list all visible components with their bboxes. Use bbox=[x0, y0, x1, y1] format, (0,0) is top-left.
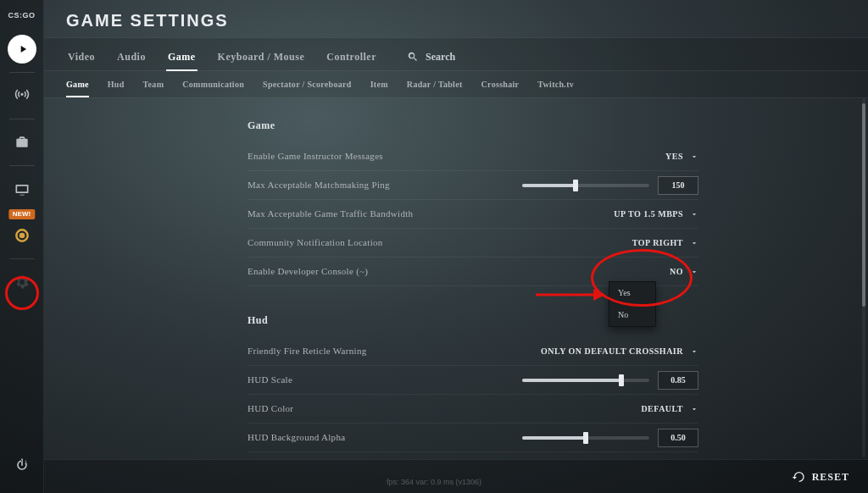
row-hud-color-label: HUD Color bbox=[248, 404, 293, 413]
tab-keyboard-mouse[interactable]: Keyboard / Mouse bbox=[216, 43, 307, 70]
row-ffwarn-label: Friendly Fire Reticle Warning bbox=[248, 346, 367, 356]
main-panel: GAME SETTINGS Video Audio Game Keyboard … bbox=[44, 0, 868, 493]
nav-power-button[interactable] bbox=[0, 446, 44, 485]
primary-tabs: Video Audio Game Keyboard / Mouse Contro… bbox=[44, 37, 868, 71]
fps-readout: fps: 364 var: 0.9 ms (v1306) bbox=[387, 479, 481, 486]
play-icon bbox=[8, 35, 36, 64]
medal-icon bbox=[14, 227, 31, 244]
nav-awards-button[interactable]: NEW! bbox=[0, 216, 44, 255]
row-instructor: Enable Game Instructor Messages YES bbox=[248, 142, 698, 171]
subtab-radar[interactable]: Radar / Tablet bbox=[407, 72, 463, 97]
row-bandwidth-select[interactable]: UP TO 1.5 MBPS bbox=[614, 210, 698, 219]
nav-settings-button[interactable] bbox=[0, 263, 44, 302]
antenna-icon bbox=[14, 87, 31, 104]
tab-video[interactable]: Video bbox=[66, 43, 97, 70]
reset-icon bbox=[792, 470, 805, 484]
section-game-title: Game bbox=[248, 114, 698, 142]
chevron-down-icon bbox=[690, 210, 698, 219]
secondary-tabs: Game Hud Team Communication Spectator / … bbox=[44, 71, 868, 98]
chevron-down-icon bbox=[690, 152, 698, 161]
power-icon bbox=[14, 457, 31, 474]
row-ping: Max Acceptable Matchmaking Ping 150 bbox=[248, 171, 698, 200]
subtab-twitch[interactable]: Twitch.tv bbox=[537, 72, 574, 97]
nav-watch-button[interactable] bbox=[0, 169, 44, 208]
devcon-dropdown: Yes No bbox=[609, 281, 656, 327]
subtab-game[interactable]: Game bbox=[66, 72, 89, 97]
search-label: Search bbox=[426, 52, 455, 62]
footer-bar: RESET bbox=[44, 459, 868, 493]
row-ping-slider[interactable] bbox=[522, 184, 649, 187]
settings-scroll-area[interactable]: Game Enable Game Instructor Messages YES… bbox=[44, 98, 868, 493]
row-ping-label: Max Acceptable Matchmaking Ping bbox=[248, 180, 390, 190]
subtab-communication[interactable]: Communication bbox=[182, 72, 244, 97]
new-badge: NEW! bbox=[8, 209, 35, 219]
chevron-down-icon bbox=[690, 268, 698, 276]
brand-logo: CS:GO bbox=[8, 5, 35, 30]
scrollbar-thumb[interactable] bbox=[862, 103, 865, 307]
reset-label: RESET bbox=[812, 472, 849, 482]
nav-broadcast-button[interactable] bbox=[0, 76, 44, 115]
row-hud-scale-value[interactable]: 0.85 bbox=[658, 371, 698, 390]
row-bandwidth: Max Acceptable Game Traffic Bandwidth UP… bbox=[248, 200, 698, 229]
chevron-down-icon bbox=[690, 405, 698, 413]
row-hud-color-select[interactable]: DEFAULT bbox=[641, 405, 698, 413]
row-bandwidth-label: Max Acceptable Game Traffic Bandwidth bbox=[248, 209, 413, 219]
row-notify-select[interactable]: TOP RIGHT bbox=[632, 239, 698, 247]
tab-audio[interactable]: Audio bbox=[115, 43, 147, 70]
nav-play-button[interactable] bbox=[0, 30, 44, 69]
row-ffwarn: Friendly Fire Reticle Warning ONLY ON DE… bbox=[248, 337, 698, 366]
devcon-option-no[interactable]: No bbox=[609, 304, 655, 326]
row-hud-bgalpha: HUD Background Alpha 0.50 bbox=[248, 424, 698, 452]
gear-icon bbox=[14, 274, 31, 291]
row-instructor-select[interactable]: YES bbox=[665, 152, 698, 161]
row-hud-bgalpha-label: HUD Background Alpha bbox=[248, 433, 345, 442]
subtab-crosshair[interactable]: Crosshair bbox=[481, 72, 520, 97]
tab-controller[interactable]: Controller bbox=[325, 43, 378, 70]
devcon-option-yes[interactable]: Yes bbox=[609, 282, 655, 304]
search-button[interactable]: Search bbox=[407, 51, 455, 63]
row-hud-scale-label: HUD Scale bbox=[248, 375, 292, 385]
reset-button[interactable]: RESET bbox=[792, 470, 849, 484]
chevron-down-icon bbox=[690, 347, 698, 356]
search-icon bbox=[407, 51, 419, 63]
tv-icon bbox=[14, 180, 31, 197]
row-hud-bgalpha-slider[interactable] bbox=[522, 436, 649, 440]
left-rail: CS:GO NEW! bbox=[0, 0, 44, 493]
subtab-team[interactable]: Team bbox=[143, 72, 164, 97]
row-hud-color: HUD Color DEFAULT bbox=[248, 395, 698, 424]
row-notify: Community Notification Location TOP RIGH… bbox=[248, 229, 698, 258]
row-notify-label: Community Notification Location bbox=[248, 238, 383, 247]
row-devcon-label: Enable Developer Console (~) bbox=[248, 267, 368, 276]
chevron-down-icon bbox=[690, 239, 698, 247]
row-ffwarn-select[interactable]: ONLY ON DEFAULT CROSSHAIR bbox=[541, 347, 698, 356]
subtab-hud[interactable]: Hud bbox=[108, 72, 125, 97]
row-ping-value[interactable]: 150 bbox=[658, 176, 698, 195]
row-hud-scale: HUD Scale 0.85 bbox=[248, 366, 698, 395]
row-hud-bgalpha-value[interactable]: 0.50 bbox=[658, 429, 698, 447]
subtab-item[interactable]: Item bbox=[370, 72, 388, 97]
svg-point-1 bbox=[19, 233, 25, 239]
row-instructor-label: Enable Game Instructor Messages bbox=[248, 152, 383, 161]
nav-inventory-button[interactable] bbox=[0, 123, 44, 162]
page-title: GAME SETTINGS bbox=[44, 0, 868, 37]
row-hud-scale-slider[interactable] bbox=[522, 379, 649, 382]
row-devcon-select[interactable]: NO bbox=[670, 268, 698, 276]
tab-game[interactable]: Game bbox=[166, 43, 198, 70]
subtab-spectator[interactable]: Spectator / Scoreboard bbox=[263, 72, 352, 97]
briefcase-icon bbox=[14, 134, 31, 151]
